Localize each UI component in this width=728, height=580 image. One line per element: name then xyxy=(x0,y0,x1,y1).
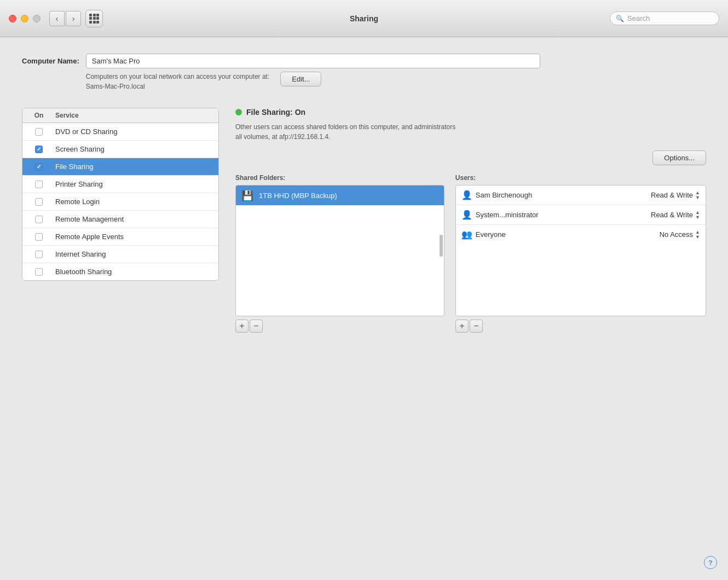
add-user-button[interactable]: + xyxy=(455,320,469,333)
service-remote-mgmt-label: Remote Management xyxy=(55,215,124,223)
remove-folder-button[interactable]: − xyxy=(250,320,263,333)
folder-action-buttons: + − xyxy=(235,320,444,333)
service-screen-label: Screen Sharing xyxy=(55,145,105,153)
users-list: 👤 Sam Birchenough Read & Write ▲ ▼ xyxy=(455,185,706,316)
checkbox-screen-cell xyxy=(22,146,55,153)
help-button[interactable]: ? xyxy=(704,556,717,569)
edit-button[interactable]: Edit... xyxy=(280,72,321,86)
computer-name-input[interactable] xyxy=(86,54,540,68)
checkbox-screen[interactable] xyxy=(35,146,43,153)
nav-buttons: ‹ › xyxy=(49,11,81,26)
folder-item-1tb[interactable]: 💾 1TB HHD (MBP Backup) xyxy=(236,185,444,205)
users-section: Users: 👤 Sam Birchenough Read & Write ▲ … xyxy=(455,174,706,333)
service-item-remote-mgmt[interactable]: Remote Management xyxy=(22,211,218,228)
file-sharing-desc: Other users can access shared folders on… xyxy=(235,122,619,142)
stepper-sam[interactable]: ▲ ▼ xyxy=(695,190,700,200)
checkbox-remote-events-cell xyxy=(22,233,55,241)
service-item-printer[interactable]: Printer Sharing xyxy=(22,176,218,193)
checkbox-file[interactable] xyxy=(35,163,43,171)
grid-button[interactable] xyxy=(85,10,103,27)
checkbox-remote-login-cell xyxy=(22,198,55,206)
checkbox-remote-mgmt[interactable] xyxy=(35,216,43,223)
right-panel: File Sharing: On Other users can access … xyxy=(219,108,706,333)
checkbox-remote-login[interactable] xyxy=(35,198,43,206)
service-dvd-label: DVD or CD Sharing xyxy=(55,127,117,136)
service-printer-label: Printer Sharing xyxy=(55,180,103,188)
user-action-buttons: + − xyxy=(455,320,706,333)
titlebar: ‹ › Sharing 🔍 Search xyxy=(0,0,728,37)
service-item-bluetooth[interactable]: Bluetooth Sharing xyxy=(22,263,218,280)
service-internet-label: Internet Sharing xyxy=(55,250,106,258)
service-item-file[interactable]: File Sharing xyxy=(22,158,218,176)
scrollbar-thumb xyxy=(440,235,443,257)
user-item-sam[interactable]: 👤 Sam Birchenough Read & Write ▲ ▼ xyxy=(456,185,706,205)
main-content: Computer Name: Computers on your local n… xyxy=(0,37,728,349)
checkbox-internet[interactable] xyxy=(35,251,43,258)
search-box[interactable]: 🔍 Search xyxy=(610,11,719,25)
stepper-down-sysadmin[interactable]: ▼ xyxy=(695,215,700,220)
status-dot xyxy=(235,109,242,115)
service-item-internet[interactable]: Internet Sharing xyxy=(22,246,218,263)
back-button[interactable]: ‹ xyxy=(49,11,65,26)
search-input[interactable]: Search xyxy=(627,14,713,22)
checkbox-file-cell xyxy=(22,163,55,171)
stepper-down-everyone[interactable]: ▼ xyxy=(695,235,700,240)
options-btn-row: Options... xyxy=(235,150,706,165)
network-info: Computers on your local network can acce… xyxy=(86,72,706,91)
scrollbar-track xyxy=(440,202,443,311)
search-icon: 🔍 xyxy=(616,15,624,22)
user-item-everyone[interactable]: 👥 Everyone No Access ▲ ▼ xyxy=(456,225,706,244)
checkbox-printer-cell xyxy=(22,181,55,188)
checkbox-internet-cell xyxy=(22,251,55,258)
checkbox-bluetooth-cell xyxy=(22,268,55,276)
service-file-label: File Sharing xyxy=(55,163,93,171)
permission-sam[interactable]: Read & Write ▲ ▼ xyxy=(651,190,700,200)
checkbox-remote-events[interactable] xyxy=(35,233,43,241)
permission-sysadmin[interactable]: Read & Write ▲ ▼ xyxy=(651,210,700,220)
close-button[interactable] xyxy=(9,15,16,22)
folder-item-name-1tb: 1TB HHD (MBP Backup) xyxy=(259,192,337,200)
checkbox-printer[interactable] xyxy=(35,181,43,188)
file-sharing-header: File Sharing: On xyxy=(235,108,706,117)
options-button[interactable]: Options... xyxy=(652,150,706,165)
network-info-text: Computers on your local network can acce… xyxy=(86,72,269,91)
remove-user-button[interactable]: − xyxy=(470,320,483,333)
computer-name-label: Computer Name: xyxy=(22,54,79,65)
forward-button[interactable]: › xyxy=(66,11,81,26)
permission-label-everyone: No Access xyxy=(660,230,693,239)
service-item-dvd[interactable]: DVD or CD Sharing xyxy=(22,123,218,141)
permission-everyone[interactable]: No Access ▲ ▼ xyxy=(660,230,700,240)
shared-folders-label: Shared Folders: xyxy=(235,174,444,182)
file-sharing-title: File Sharing: On xyxy=(246,108,305,117)
folder-list: 💾 1TB HHD (MBP Backup) xyxy=(235,185,444,316)
user-icon-everyone: 👥 xyxy=(461,229,472,240)
service-item-remote-login[interactable]: Remote Login xyxy=(22,193,218,211)
service-remote-login-label: Remote Login xyxy=(55,198,100,206)
window-title: Sharing xyxy=(350,14,378,23)
service-list-header: On Service xyxy=(22,108,218,123)
folder-icon: 💾 xyxy=(241,190,255,201)
service-item-remote-events[interactable]: Remote Apple Events xyxy=(22,228,218,246)
service-item-screen[interactable]: Screen Sharing xyxy=(22,141,218,158)
permission-label-sysadmin: Read & Write xyxy=(651,211,693,219)
checkbox-dvd[interactable] xyxy=(35,128,43,136)
stepper-everyone[interactable]: ▲ ▼ xyxy=(695,230,700,240)
stepper-sysadmin[interactable]: ▲ ▼ xyxy=(695,210,700,220)
checkbox-bluetooth[interactable] xyxy=(35,268,43,276)
user-icon-sysadmin: 👤 xyxy=(461,210,472,220)
services-panel: On Service DVD or CD Sharing Screen Shar… xyxy=(22,108,706,333)
service-remote-events-label: Remote Apple Events xyxy=(55,233,124,241)
traffic-lights xyxy=(9,15,41,22)
computer-name-right: Computers on your local network can acce… xyxy=(86,54,706,91)
add-folder-button[interactable]: + xyxy=(235,320,249,333)
checkbox-dvd-cell xyxy=(22,128,55,136)
checkbox-remote-mgmt-cell xyxy=(22,216,55,223)
user-name-sysadmin: System...ministrator xyxy=(476,211,648,219)
service-list-container: On Service DVD or CD Sharing Screen Shar… xyxy=(22,108,219,281)
maximize-button[interactable] xyxy=(33,15,41,22)
user-name-everyone: Everyone xyxy=(476,230,656,239)
user-item-sysadmin[interactable]: 👤 System...ministrator Read & Write ▲ ▼ xyxy=(456,205,706,225)
minimize-button[interactable] xyxy=(21,15,28,22)
stepper-down-sam[interactable]: ▼ xyxy=(695,195,700,200)
user-name-sam: Sam Birchenough xyxy=(476,191,648,199)
